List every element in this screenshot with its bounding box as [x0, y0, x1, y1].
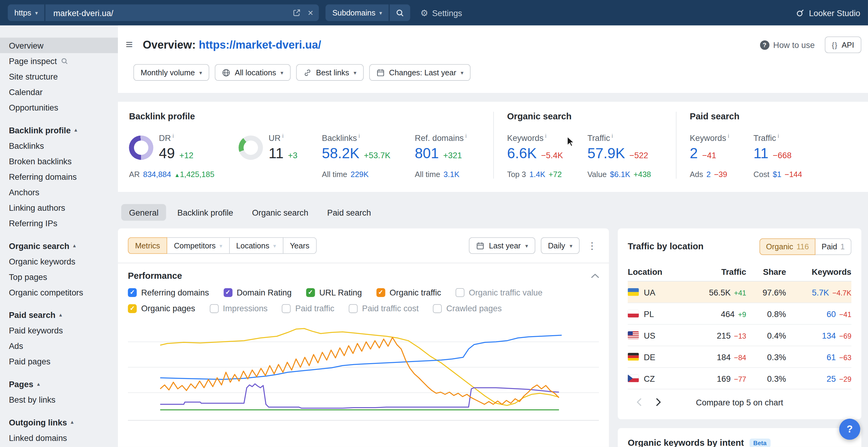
- info-icon[interactable]: i: [465, 133, 467, 139]
- url-field[interactable]: ✕: [45, 5, 319, 21]
- years-tab[interactable]: Years: [283, 237, 317, 254]
- looker-studio-brand[interactable]: Looker Studio: [796, 8, 860, 17]
- info-icon[interactable]: i: [728, 133, 729, 139]
- tab-paid-search[interactable]: Paid search: [319, 204, 379, 221]
- sidebar-item-referring-domains[interactable]: Referring domains: [0, 169, 118, 184]
- sidebar-section-outgoing-links[interactable]: Outgoing links ▴: [0, 414, 118, 430]
- sidebar-item-site-structure[interactable]: Site structure: [0, 69, 118, 84]
- sidebar-item-linked-domains[interactable]: Linked domains: [0, 430, 118, 445]
- api-button[interactable]: {} API: [825, 36, 861, 53]
- ar-value-link[interactable]: 834,884: [143, 170, 171, 178]
- date-range-dropdown[interactable]: Last year ▾: [469, 237, 535, 254]
- more-options-icon[interactable]: ⋮: [585, 240, 599, 251]
- sidebar-item-best-by-links[interactable]: Best by links: [0, 392, 118, 407]
- clear-url-icon[interactable]: ✕: [308, 8, 314, 17]
- checkbox-organic-traffic-value[interactable]: Organic traffic value: [456, 287, 542, 297]
- best-links-filter-dropdown[interactable]: Best links ▾: [296, 64, 364, 81]
- sidebar-item-opportunities[interactable]: Opportunities: [0, 100, 118, 115]
- checkbox-paid-traffic[interactable]: Paid traffic: [282, 304, 334, 313]
- backlinks-alltime-link[interactable]: 229K: [350, 170, 369, 178]
- checkbox-crawled-pages[interactable]: Crawled pages: [433, 304, 502, 313]
- table-row-us[interactable]: US 215−13 0.4% 134−69: [628, 324, 851, 346]
- sidebar-item-ads[interactable]: Ads: [0, 338, 118, 353]
- sidebar-item-organic-keywords[interactable]: Organic keywords: [0, 253, 118, 269]
- target-domain-link[interactable]: https://market-dveri.ua/: [199, 39, 321, 51]
- sidebar-section-paid-search[interactable]: Paid search ▴: [0, 307, 118, 322]
- backlinks-value-link[interactable]: 58.2K: [322, 145, 360, 162]
- settings-button[interactable]: ⚙ Settings: [420, 8, 462, 18]
- info-icon[interactable]: i: [173, 133, 174, 139]
- top3-link[interactable]: 1.4K: [529, 170, 545, 178]
- checkbox-url-rating[interactable]: ✓URL Rating: [306, 287, 362, 297]
- hamburger-menu-icon[interactable]: ≡: [122, 39, 137, 51]
- volume-filter-dropdown[interactable]: Monthly volume ▾: [133, 64, 209, 81]
- sidebar-item-top-pages[interactable]: Top pages: [0, 269, 118, 284]
- paid-traffic-value-link[interactable]: 11: [753, 145, 768, 162]
- checkbox-organic-pages[interactable]: ✓Organic pages: [128, 304, 195, 313]
- sidebar-item-anchors[interactable]: Anchors: [0, 184, 118, 200]
- locations-filter-dropdown[interactable]: All locations ▾: [215, 64, 290, 81]
- refdomains-value-link[interactable]: 801: [415, 145, 439, 162]
- sidebar-section-backlink-profile[interactable]: Backlink profile ▴: [0, 123, 118, 138]
- compare-top5-button[interactable]: Compare top 5 on chart: [628, 398, 851, 407]
- changes-filter-dropdown[interactable]: Changes: Last year ▾: [369, 64, 470, 81]
- granularity-dropdown[interactable]: Daily ▾: [541, 237, 580, 254]
- sidebar-item-broken-backlinks[interactable]: Broken backlinks: [0, 153, 118, 169]
- sidebar-item-page-inspect[interactable]: Page inspect: [0, 53, 118, 69]
- info-icon[interactable]: i: [545, 133, 547, 139]
- open-in-new-tab-icon[interactable]: [293, 9, 301, 16]
- competitors-dropdown[interactable]: Competitors▾: [166, 237, 229, 254]
- sidebar-item-paid-pages[interactable]: Paid pages: [0, 353, 118, 369]
- keywords-link[interactable]: 61: [827, 352, 836, 362]
- ads-link[interactable]: 2: [706, 170, 711, 178]
- url-input[interactable]: [54, 8, 289, 17]
- traffic-value-link[interactable]: $6.1K: [610, 170, 630, 178]
- checkbox-referring-domains[interactable]: ✓Referring domains: [128, 287, 209, 297]
- collapse-section-icon[interactable]: [591, 274, 599, 278]
- help-fab-button[interactable]: ?: [839, 419, 860, 440]
- scope-dropdown[interactable]: Subdomains ▾: [326, 5, 389, 21]
- locations-dropdown[interactable]: Locations▾: [229, 237, 283, 254]
- table-row-ua[interactable]: UA 56.5K+41 97.6% 5.7K−4.7K: [628, 281, 851, 303]
- refdomains-alltime-link[interactable]: 3.1K: [443, 170, 459, 178]
- sidebar-item-backlinks[interactable]: Backlinks: [0, 138, 118, 153]
- tab-organic-search[interactable]: Organic search: [244, 204, 316, 221]
- table-row-pl[interactable]: PL 464+9 0.8% 60−41: [628, 303, 851, 324]
- info-icon[interactable]: i: [282, 133, 284, 139]
- info-icon[interactable]: i: [359, 133, 360, 139]
- table-row-de[interactable]: DE 184−84 0.3% 61−63: [628, 346, 851, 368]
- metric-paid-traffic: Traffici 11−668 Cost$1−144: [753, 133, 802, 178]
- tab-general[interactable]: General: [121, 204, 166, 221]
- sidebar-item-calendar[interactable]: Calendar: [0, 84, 118, 100]
- chevron-down-icon: ▾: [35, 10, 38, 16]
- sidebar-section-organic-search[interactable]: Organic search ▴: [0, 238, 118, 253]
- info-icon[interactable]: i: [778, 133, 779, 139]
- sidebar-item-paid-keywords[interactable]: Paid keywords: [0, 322, 118, 338]
- keywords-link[interactable]: 60: [827, 309, 836, 318]
- keywords-link[interactable]: 5.7K: [812, 287, 829, 297]
- checkbox-domain-rating[interactable]: ✓Domain Rating: [223, 287, 291, 297]
- checkbox-organic-traffic[interactable]: ✓Organic traffic: [376, 287, 441, 297]
- sidebar-item-organic-competitors[interactable]: Organic competitors: [0, 284, 118, 300]
- sidebar-item-linking-authors[interactable]: Linking authors: [0, 200, 118, 215]
- toggle-paid[interactable]: Paid1: [815, 238, 851, 255]
- cost-link[interactable]: $1: [773, 170, 781, 178]
- checkbox-paid-traffic-cost[interactable]: Paid traffic cost: [349, 304, 419, 313]
- toggle-organic[interactable]: Organic116: [760, 238, 816, 255]
- organic-keywords-value-link[interactable]: 6.6K: [507, 145, 536, 162]
- keywords-link[interactable]: 134: [822, 331, 836, 340]
- search-button[interactable]: [390, 5, 410, 21]
- checkbox-impressions[interactable]: Impressions: [210, 304, 268, 313]
- info-icon[interactable]: i: [612, 133, 613, 139]
- keywords-link[interactable]: 25: [827, 374, 836, 383]
- sidebar-section-pages[interactable]: Pages ▴: [0, 376, 118, 392]
- paid-keywords-value-link[interactable]: 2: [690, 145, 698, 162]
- sidebar-item-referring-ips[interactable]: Referring IPs: [0, 215, 118, 231]
- table-row-cz[interactable]: CZ 169−77 0.3% 25−29: [628, 368, 851, 389]
- metrics-tab[interactable]: Metrics: [128, 237, 167, 254]
- protocol-dropdown[interactable]: https ▾: [8, 5, 44, 21]
- tab-backlink-profile[interactable]: Backlink profile: [169, 204, 241, 221]
- how-to-use-button[interactable]: ? How to use: [760, 40, 814, 49]
- organic-traffic-value-link[interactable]: 57.9K: [587, 145, 625, 162]
- sidebar-item-overview[interactable]: Overview: [0, 38, 118, 53]
